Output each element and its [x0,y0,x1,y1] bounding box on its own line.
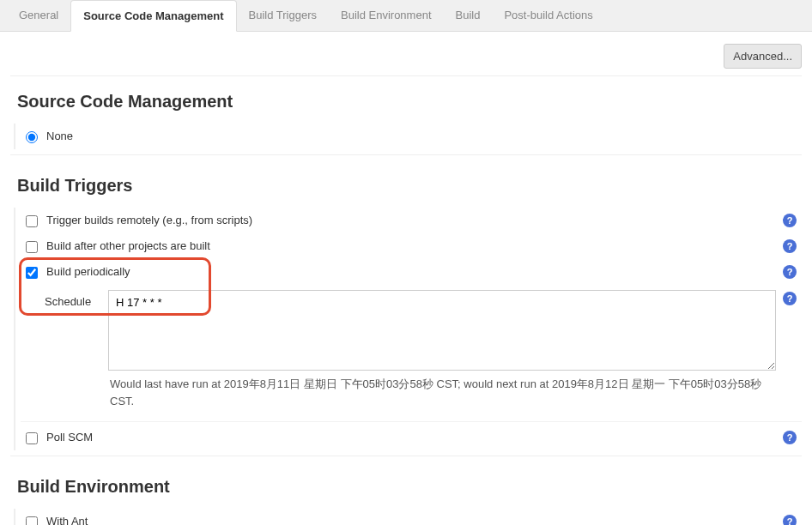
help-icon[interactable]: ? [783,265,797,279]
scm-none-label: None [46,130,798,142]
trigger-remote-checkbox[interactable] [26,215,38,227]
env-withant-label: With Ant [46,515,783,525]
help-icon[interactable]: ? [783,515,797,525]
trigger-after-row: Build after other projects are built ? [21,233,802,259]
tab-build[interactable]: Build [444,0,493,31]
env-withant-row: With Ant ? [21,509,802,525]
scm-section-title: Source Code Management [10,76,802,124]
help-icon[interactable]: ? [783,239,797,253]
tab-post-build-actions[interactable]: Post-build Actions [492,0,604,31]
trigger-periodic-wrapper: Build periodically ? Schedule Would last… [21,259,802,418]
trigger-pollscm-label: Poll SCM [46,431,783,444]
schedule-textarea[interactable] [108,290,776,371]
divider [10,154,802,155]
tab-source-code-management[interactable]: Source Code Management [70,0,236,32]
content-area: Advanced... Source Code Management None … [0,32,812,525]
trigger-pollscm-checkbox[interactable] [26,432,38,444]
trigger-periodic-row: Build periodically ? [21,259,802,285]
env-section-title: Build Environment [10,462,802,509]
advanced-button[interactable]: Advanced... [724,44,802,69]
divider [10,456,802,456]
scm-section-body: None [14,124,802,149]
trigger-remote-row: Trigger builds remotely (e.g., from scri… [21,208,802,233]
tab-build-environment[interactable]: Build Environment [329,0,444,31]
tab-general[interactable]: General [7,0,70,31]
help-icon[interactable]: ? [783,214,797,227]
schedule-info-text: Would last have run at 2019年8月11日 星期日 下午… [108,371,776,418]
trigger-periodic-checkbox[interactable] [26,267,38,279]
trigger-periodic-label: Build periodically [46,265,783,278]
schedule-right: Would last have run at 2019年8月11日 星期日 下午… [108,290,776,418]
env-withant-checkbox[interactable] [26,516,38,525]
schedule-label: Schedule [45,290,108,308]
tab-build-triggers[interactable]: Build Triggers [237,0,329,31]
triggers-section-body: Trigger builds remotely (e.g., from scri… [14,208,802,450]
schedule-block: Schedule Would last have run at 2019年8月1… [21,285,802,418]
advanced-row: Advanced... [10,39,802,76]
tab-bar: General Source Code Management Build Tri… [0,0,812,32]
scm-none-row: None [21,124,802,149]
triggers-section-title: Build Triggers [10,160,802,208]
trigger-after-label: Build after other projects are built [46,239,783,252]
trigger-pollscm-row: Poll SCM ? [21,421,802,450]
help-icon[interactable]: ? [783,431,797,444]
env-section-body: With Ant ? [14,509,802,525]
trigger-remote-label: Trigger builds remotely (e.g., from scri… [46,214,783,226]
trigger-after-checkbox[interactable] [26,241,38,253]
help-icon[interactable]: ? [783,292,797,305]
scm-none-radio[interactable] [26,131,38,143]
